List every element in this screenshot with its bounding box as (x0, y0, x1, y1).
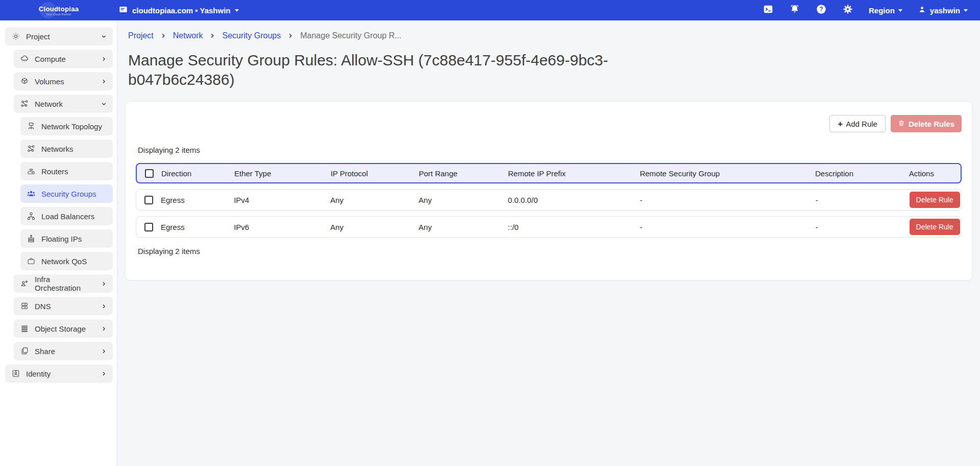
breadcrumb-separator-icon (209, 33, 215, 39)
briefcase-icon (27, 257, 36, 266)
sidebar-item-network-qos[interactable]: Network QoS (20, 252, 113, 270)
breadcrumb-separator-icon (287, 33, 293, 39)
cell-remote-security-group: - (640, 223, 816, 231)
sidebar-item-object-storage[interactable]: Object Storage (14, 319, 113, 338)
caret-down-icon (964, 9, 968, 12)
cell-port-range: Any (419, 196, 508, 204)
sidebar-item-volumes[interactable]: Volumes (14, 72, 113, 90)
breadcrumb-separator-icon (160, 33, 166, 39)
delete-rules-button[interactable]: Delete Rules (891, 115, 962, 132)
delete-rules-label: Delete Rules (909, 120, 954, 128)
sidebar-item-label: Project (26, 32, 50, 41)
window-icon (118, 5, 128, 16)
page-title: Manage Security Group Rules: Allow-SSH (… (128, 51, 679, 89)
cell-ip-protocol: Any (330, 196, 419, 204)
sidebar-item-networks[interactable]: Networks (20, 139, 113, 158)
chevron-right-icon (101, 348, 107, 354)
sidebar-item-infra-orchestration[interactable]: Infra Orchestration (14, 274, 113, 293)
breadcrumb-current: Manage Security Group R... (300, 31, 401, 40)
breadcrumb-security-groups[interactable]: Security Groups (222, 31, 281, 40)
cell-description: - (816, 196, 910, 204)
user-icon (918, 5, 926, 15)
cell-direction: Egress (161, 196, 234, 204)
sidebar-item-security-groups[interactable]: Security Groups (20, 184, 113, 203)
sidebar-item-label: Floating IPs (41, 235, 82, 243)
region-label: Region (869, 6, 895, 15)
breadcrumb-project[interactable]: Project (128, 31, 154, 40)
svg-text:?: ? (819, 6, 823, 13)
add-rule-button[interactable]: + Add Rule (829, 115, 886, 132)
console-icon (763, 4, 774, 17)
sidebar-item-label: Networks (41, 145, 74, 153)
chevron-down-icon (101, 101, 107, 107)
cube-icon (20, 77, 29, 86)
sidebar-item-label: Object Storage (35, 324, 86, 333)
network-icon (20, 99, 29, 108)
settings-button[interactable] (842, 5, 853, 16)
brand-logo[interactable]: Cloudtopiaa Your Cloud Partner (0, 0, 117, 20)
row-checkbox[interactable] (144, 196, 153, 204)
chevron-right-icon (101, 79, 107, 84)
user-dropdown[interactable]: yashwin (918, 5, 968, 15)
column-header-ether-type: Ether Type (234, 169, 331, 178)
sidebar-item-share[interactable]: Share (14, 342, 113, 360)
topology-icon (27, 122, 36, 131)
chevron-right-icon (101, 56, 107, 62)
sidebar-item-compute[interactable]: Compute (14, 50, 113, 68)
breadcrumb-network[interactable]: Network (173, 31, 203, 40)
sidebar-item-label: Compute (35, 55, 66, 63)
sidebar-item-label: Network (35, 100, 63, 108)
sidebar: Project Compute Volumes Network Network … (0, 20, 117, 466)
cloud-icon (20, 54, 29, 63)
column-header-port-range: Port Range (419, 169, 508, 178)
caret-down-icon (235, 9, 239, 12)
domain-switcher[interactable]: cloudtopiaa.com • Yashwin (118, 5, 239, 16)
chevron-right-icon (101, 304, 107, 309)
delete-rule-button[interactable]: Delete Rule (910, 219, 960, 235)
column-header-direction: Direction (161, 169, 234, 178)
row-checkbox[interactable] (144, 223, 153, 231)
delete-rule-button[interactable]: Delete Rule (910, 192, 960, 208)
sidebar-item-network[interactable]: Network (14, 95, 113, 113)
main-content: Project Network Security Groups Manage S… (117, 20, 980, 466)
sidebar-item-dns[interactable]: DNS (14, 297, 113, 315)
help-button[interactable]: ? (816, 5, 827, 16)
column-header-actions: Actions (909, 169, 961, 178)
notifications-button[interactable] (789, 5, 800, 16)
add-rule-label: Add Rule (846, 120, 877, 128)
column-header-ip-protocol: IP Protocol (331, 169, 419, 178)
column-header-remote-security-group: Remote Security Group (640, 169, 815, 178)
sidebar-item-label: Share (35, 347, 55, 356)
plus-icon: + (838, 120, 843, 128)
sidebar-item-project[interactable]: Project (5, 27, 113, 45)
brand-tagline: Your Cloud Partner (46, 13, 71, 16)
load-balancer-icon (27, 212, 36, 221)
column-header-description: Description (815, 169, 909, 178)
gear-icon (842, 4, 853, 17)
orchestration-icon (20, 279, 29, 288)
sidebar-item-identity[interactable]: Identity (5, 364, 113, 383)
router-icon (27, 167, 36, 176)
select-all-checkbox[interactable] (145, 169, 154, 178)
rules-panel: + Add Rule Delete Rules Displaying 2 ite… (125, 101, 972, 281)
panel-actions: + Add Rule Delete Rules (136, 115, 962, 132)
cell-ether-type: IPv6 (234, 223, 330, 231)
project-icon (11, 32, 20, 41)
sidebar-item-floating-ips[interactable]: Floating IPs (20, 229, 113, 248)
security-groups-icon (27, 189, 36, 198)
region-dropdown[interactable]: Region (869, 6, 902, 15)
items-count-top: Displaying 2 items (138, 146, 962, 154)
console-button[interactable] (763, 5, 774, 16)
chevron-right-icon (101, 371, 107, 377)
sidebar-item-network-topology[interactable]: Network Topology (20, 117, 113, 135)
stacked-lines-icon (20, 324, 29, 333)
cell-ether-type: IPv4 (234, 196, 330, 204)
cell-port-range: Any (419, 223, 508, 231)
cell-remote-ip-prefix: 0.0.0.0/0 (508, 196, 640, 204)
cell-remote-security-group: - (640, 196, 816, 204)
sidebar-item-load-balancers[interactable]: Load Balancers (20, 207, 113, 225)
server-icon (20, 301, 29, 311)
sidebar-item-routers[interactable]: Routers (20, 162, 113, 180)
id-card-icon (11, 369, 20, 378)
networks-icon (27, 144, 36, 153)
